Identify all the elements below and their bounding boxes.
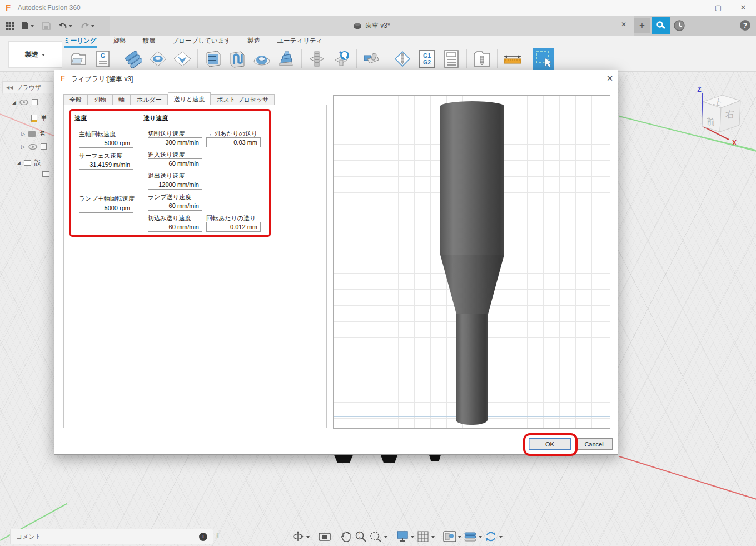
layout-steps-icon[interactable]	[464, 530, 477, 543]
2d-pocket-icon[interactable]	[172, 48, 193, 70]
save-icon[interactable]	[42, 22, 51, 30]
tab-turning[interactable]: 旋盤	[113, 36, 126, 46]
nc-program-icon[interactable]	[441, 48, 462, 70]
tab-fabrication[interactable]: 製造	[247, 36, 260, 46]
dialog-tab-post-processor[interactable]: ポスト プロセッサ	[211, 94, 275, 105]
zoom-window-icon[interactable]	[369, 530, 382, 543]
tool-library-icon[interactable]	[471, 48, 493, 70]
undo-icon[interactable]	[58, 22, 67, 29]
spiral-steps-icon[interactable]	[276, 48, 297, 70]
slot-milling-icon[interactable]	[227, 48, 248, 70]
units-doc-icon	[31, 115, 37, 122]
display-settings-caret-icon[interactable]	[411, 536, 414, 540]
maximize-button[interactable]: ▢	[710, 2, 727, 13]
browser-setup-child-row[interactable]	[42, 171, 49, 177]
expand-icon[interactable]: ◢	[12, 100, 16, 105]
workspace-selector[interactable]: 製造	[8, 41, 62, 68]
file-icon[interactable]	[22, 21, 29, 30]
manual-nc-wrench-icon[interactable]: +	[331, 48, 352, 70]
refresh-caret-icon[interactable]	[499, 536, 503, 540]
browser-units-row[interactable]: 単	[31, 113, 47, 123]
pan-icon[interactable]	[339, 530, 352, 543]
tab-milling[interactable]: ミーリング	[64, 36, 97, 48]
tab-additive[interactable]: 積層	[143, 36, 156, 46]
collapse-icon[interactable]: ▷	[21, 144, 25, 150]
orbit-icon[interactable]	[291, 530, 305, 543]
new-tab-button[interactable]: +	[634, 18, 650, 33]
pocket-clearing-icon[interactable]	[147, 48, 168, 70]
grid-settings-caret-icon[interactable]	[431, 536, 435, 540]
dialog-tab-shaft[interactable]: 軸	[112, 94, 131, 105]
orbit-caret-icon[interactable]	[306, 536, 310, 540]
adaptive-clearing-icon[interactable]	[123, 48, 144, 70]
post-process-icon[interactable]: G	[92, 48, 113, 70]
dialog-tab-feed-speed[interactable]: 送りと速度	[168, 92, 211, 105]
tab-utilities[interactable]: ユーティリティ	[277, 36, 322, 46]
visibility-eye-icon[interactable]	[19, 100, 28, 105]
svg-text:G2: G2	[423, 59, 431, 66]
minimize-button[interactable]: —	[685, 2, 702, 13]
tool-holder-body	[440, 101, 504, 255]
close-tab-icon[interactable]: ✕	[621, 21, 626, 28]
browser-named-views-row[interactable]: ▷ 名	[21, 129, 46, 138]
ribbon-separator	[497, 49, 498, 68]
cancel-button[interactable]: Cancel	[575, 438, 613, 450]
zoom-icon[interactable]: +-	[354, 530, 367, 543]
collapse-icon[interactable]: ▷	[21, 131, 25, 137]
layout-caret-icon[interactable]	[479, 536, 482, 540]
tab-probing[interactable]: プローブしています	[172, 36, 231, 46]
ribbon-separator	[528, 49, 528, 68]
g1g2-editor-icon[interactable]: G1G2	[416, 48, 437, 70]
browser-body-row[interactable]: ▷	[21, 143, 47, 150]
file-menu-caret-icon[interactable]	[31, 25, 34, 29]
comment-label: コメント	[16, 533, 41, 541]
browser-root-row[interactable]: ◢	[12, 99, 38, 105]
browser-header[interactable]: ◀◀ ブラウザ	[2, 81, 53, 93]
measure-icon[interactable]	[502, 48, 523, 70]
zoom-window-caret-icon[interactable]	[384, 536, 387, 540]
browser-setups-row[interactable]: ◢ 設	[17, 158, 41, 167]
face-milling-icon[interactable]	[202, 48, 223, 70]
visibility-eye-icon[interactable]	[28, 144, 37, 150]
workspace-caret-icon	[42, 54, 45, 58]
collapse-panel-icon[interactable]: ◀◀	[6, 85, 13, 90]
help-icon[interactable]: ?	[740, 20, 750, 31]
turning-tool-icon[interactable]	[361, 48, 382, 70]
add-comment-icon[interactable]: +	[199, 533, 207, 541]
document-tab-bar: 歯車 v3* ✕ + ?	[0, 16, 756, 36]
grid-settings-icon[interactable]	[416, 530, 430, 543]
expand-icon[interactable]: ◢	[17, 160, 21, 166]
fusion-logo-icon: F	[6, 3, 11, 12]
comment-bar[interactable]: コメント +	[10, 529, 213, 544]
dialog-tab-general[interactable]: 全般	[63, 94, 88, 105]
grid-major-line	[603, 96, 603, 428]
body-icon	[41, 143, 47, 150]
viewcube-front-label: 前	[707, 116, 715, 127]
morphed-spiral-icon[interactable]	[251, 48, 272, 70]
display-settings-icon[interactable]	[396, 530, 409, 543]
workspace-label: 製造	[25, 50, 38, 59]
look-at-icon[interactable]	[318, 530, 331, 543]
viewcube[interactable]: 上 前 右 Z X	[672, 77, 756, 163]
refresh-icon[interactable]	[484, 530, 498, 543]
document-tab[interactable]: 歯車 v3* ✕	[110, 16, 634, 36]
redo-icon[interactable]	[81, 22, 89, 29]
close-button[interactable]: ✕	[735, 2, 752, 13]
undo-caret-icon[interactable]	[69, 25, 72, 29]
dialog-close-icon[interactable]: ✕	[605, 73, 615, 83]
app-grid-icon[interactable]	[6, 22, 14, 30]
selection-box-tool-icon[interactable]	[533, 48, 554, 70]
redo-caret-icon[interactable]	[91, 25, 94, 29]
multi-axis-icon[interactable]	[306, 48, 327, 70]
viewports-caret-icon[interactable]	[458, 536, 461, 540]
setup-folder-icon[interactable]	[68, 48, 89, 70]
dialog-tab-holder[interactable]: ホルダー	[131, 94, 168, 105]
dialog-tab-cutter[interactable]: 刃物	[88, 94, 112, 105]
panel-grip-icon[interactable]: ‖	[216, 532, 219, 540]
job-status-icon[interactable]	[652, 17, 670, 34]
viewports-icon[interactable]	[443, 530, 456, 543]
drill-icon[interactable]	[392, 48, 413, 70]
clock-history-icon[interactable]	[672, 18, 687, 33]
x-axis-line-lowerright	[619, 456, 756, 500]
browser-title: ブラウザ	[16, 83, 41, 92]
